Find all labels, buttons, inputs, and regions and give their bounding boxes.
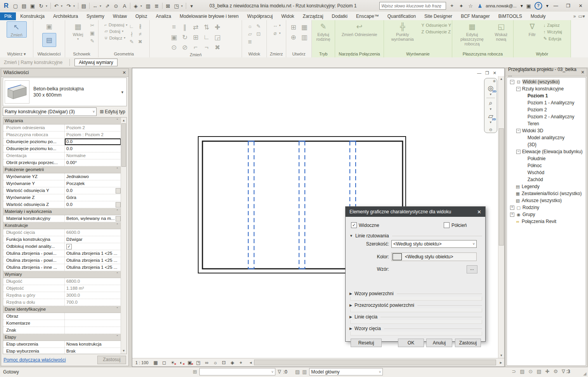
view-restore-icon[interactable]: ❐ [485,71,489,76]
steering-wheel-caret-icon[interactable]: ▼ [489,93,492,96]
default-3d-view-caret-icon[interactable]: ▾ [140,4,144,8]
maximize-button[interactable]: ❐ [563,2,573,10]
create-similar-icon[interactable]: ⊕ [289,33,298,42]
property-value[interactable]: 0.0 [65,138,121,145]
browser-item[interactable]: Południe [507,155,586,162]
property-value[interactable]: 0.0 [65,145,121,152]
view-close-icon[interactable]: ✕ [493,71,496,76]
print-icon[interactable]: ▤ [80,2,88,10]
section-collapsed-icon[interactable]: ▶ [349,303,352,307]
property-value[interactable]: Otulina zbrojenia 1 <25 ... [65,250,121,257]
measure-icon[interactable]: ↔ [91,2,99,10]
property-value[interactable] [65,313,121,320]
reveal-constraints-icon[interactable]: ⌖ [238,360,244,365]
dropdown-caret-icon[interactable]: ▾ [77,37,79,42]
property-section-header[interactable]: Wiązaniaˆ [3,118,121,125]
switch-windows-icon[interactable]: ◳ [173,2,180,10]
pattern-browse-button[interactable]: ... [467,265,477,273]
panel-label[interactable]: Wyrównanie [384,51,452,57]
temporary-view-properties-icon[interactable]: ⊡ [221,360,227,365]
scrollbar-thumb[interactable] [254,360,496,365]
browser-item[interactable]: {3D} [507,141,586,148]
expand-icon[interactable]: + [510,213,514,217]
split-element-icon[interactable]: ∤ [128,31,135,37]
checkbox-icon[interactable]: ✓ [351,222,357,228]
dialog-titlebar[interactable]: Elementy graficzne charakterystyczne dla… [346,207,485,217]
property-more-button[interactable] [116,216,121,221]
worksets-icon[interactable]: ⊞ [193,369,197,375]
tab-zarz-dzaj[interactable]: Zarządzaj [299,12,328,20]
odsuni-cie-y-button[interactable]: YOdsunięcie Y [421,23,451,28]
create-group-icon[interactable]: ⊞ [289,23,298,31]
category-selector[interactable]: Ramy konstrukcyjne (Dźwigar) (3) ˅ [3,107,97,116]
panel-label[interactable]: Tryb [312,51,335,57]
detail-level-icon[interactable]: ▦ [152,360,159,365]
create-parts-icon[interactable]: ▥ [300,33,309,42]
edycja-button[interactable]: ✎Edycja [543,36,562,41]
temporary-hide-isolate-icon[interactable]: ∞ [204,360,210,365]
panel-label[interactable]: Narzędzia Połączenia [335,51,384,57]
property-more-button[interactable] [116,188,121,194]
halftone-checkbox[interactable]: Półcień [444,222,467,228]
open-file-icon[interactable]: ▤ [20,2,28,10]
dropdown-caret-icon[interactable]: ▾ [126,23,127,27]
scroll-left-icon[interactable]: ◄ [247,361,254,365]
collapsed-section-wzory-powierzchni[interactable]: ▶Wzory powierzchni [349,291,482,301]
property-more-button[interactable] [116,202,121,208]
type-preview[interactable]: Beton-belka prostokątna 300 x 600mm ▼ [3,78,127,106]
section-collapsed-icon[interactable]: ▶ [349,315,352,319]
apply-button[interactable]: Zastosuj [97,356,126,364]
tab-plik[interactable]: Plik [0,12,16,20]
text-icon[interactable]: A [121,2,128,10]
tab-wstaw[interactable]: Wstaw [109,12,131,20]
collapse-icon[interactable]: − [516,129,521,133]
zastosuj-button[interactable]: Zastosuj [455,339,481,347]
panel-label[interactable]: Geometria [99,51,149,57]
create-assembly-icon[interactable]: ▦ [300,23,309,31]
save-icon[interactable]: ▣ [29,2,36,10]
browser-item[interactable]: ∞Połączenia Revit [507,218,586,225]
property-section-header[interactable]: Etapyˆ [3,334,121,341]
property-value[interactable]: Brak [65,348,121,354]
reveal-hidden-elements-icon[interactable]: ☼ [212,360,219,365]
revit-logo-icon[interactable]: R [2,2,11,10]
tab-wsp-pracuj[interactable]: Współpracuj [243,12,277,20]
wall-joins-icon[interactable]: ∟ [128,23,135,29]
tab-architektura[interactable]: Architektura [49,12,82,20]
browser-item[interactable]: Wschód [507,169,586,176]
properties-close-icon[interactable]: ✕ [123,70,126,75]
unjoin-icon[interactable]: ≠ [137,31,143,37]
diameter-icon[interactable]: ⌀ [272,30,278,36]
override-graphics-icon[interactable]: ✎ [256,23,262,29]
tab-opisz[interactable]: Opisz [131,12,152,20]
signed-in-user[interactable]: anna.nowak@... [486,3,517,8]
browser-item[interactable]: +◉Grupy [507,211,586,218]
scroll-up-icon[interactable]: ▲ [500,76,503,82]
zmie--button[interactable]: ↖Zmień [7,21,27,38]
measure-caret-icon[interactable]: ▾ [100,4,103,8]
browser-item[interactable]: ▤Legendy [507,183,586,190]
drag-on-selection-icon[interactable]: ✚ [545,368,550,374]
selection-settings-icon[interactable]: ⚙ [553,368,558,374]
scrollbar-thumb[interactable] [499,128,504,246]
property-value[interactable]: Otulina zbrojenia 1 <25 ... [65,264,121,271]
demolish-icon[interactable]: ✖ [137,38,143,45]
tab-modelowanie-bry-owe-i-teren[interactable]: Modelowanie bryłowe i teren [175,12,243,20]
new-file-icon[interactable]: ▢ [12,2,19,10]
tab-modu-y[interactable]: Moduły [526,12,550,20]
property-section-header[interactable]: Materiały i wykończeniaˆ [3,208,121,215]
redo-caret-icon[interactable]: ▾ [73,4,76,8]
collapsed-section-przezroczysto-powierzchni[interactable]: ▶Przezroczystość powierzchni [349,302,482,312]
dropdown-caret-icon[interactable]: ▾ [124,36,125,40]
browser-close-icon[interactable]: ✕ [581,70,585,75]
browser-item[interactable]: Poziom 2 [507,106,586,113]
communication-center-icon[interactable]: ✦ [458,2,465,9]
user-icon[interactable]: ♟ [476,2,483,9]
hide-analytical-icon[interactable]: ◈ [229,360,236,365]
display-window-icon[interactable]: ⊡ [256,31,262,37]
select-pinned-icon[interactable]: ⊙ [529,368,533,374]
dropdown-caret-icon[interactable]: ▾ [279,31,280,35]
thin-lines-icon[interactable]: ≣ [247,38,253,45]
hide-element-icon[interactable]: ☼ [247,23,253,29]
collapsed-section-wzory-ci-cia[interactable]: ▶Wzory cięcia [349,325,482,335]
